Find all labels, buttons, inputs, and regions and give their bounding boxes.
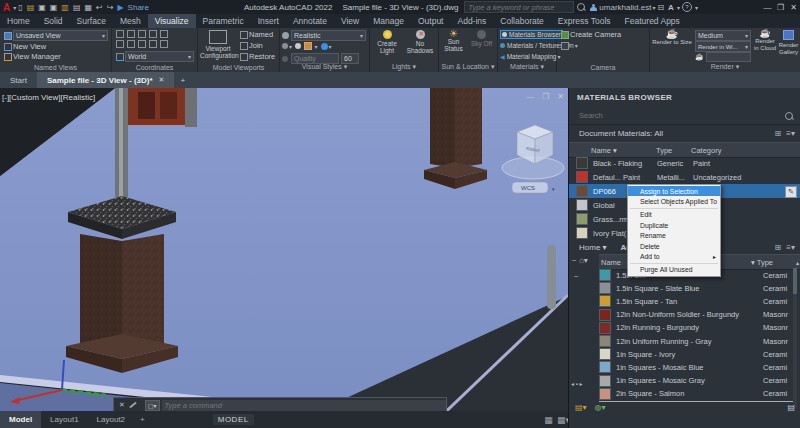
ribbon-tab-home[interactable]: Home — [0, 14, 37, 28]
ribbon-tab-insert[interactable]: Insert — [251, 14, 286, 28]
customize-wrench-icon[interactable] — [129, 402, 136, 409]
render-duration-field[interactable] — [706, 52, 751, 62]
undo-icon[interactable]: ↩ — [96, 3, 103, 12]
menu-item-add-to[interactable]: Add to▸ — [628, 251, 720, 261]
help-icon[interactable]: ? — [682, 2, 692, 12]
ucs-y-icon[interactable] — [160, 40, 168, 48]
recent-commands-icon[interactable]: ▢▾ — [145, 400, 160, 411]
create-material-icon[interactable]: ◍▾ — [595, 403, 606, 412]
redo-icon[interactable]: ↪ — [107, 3, 114, 12]
panel-label[interactable]: Lights ▾ — [370, 63, 438, 71]
panel-label[interactable]: Render ▾ — [650, 63, 800, 71]
menu-item-select-objects-applied-to[interactable]: Select Objects Applied To — [628, 196, 720, 206]
create-camera-button[interactable]: Create Camera — [559, 30, 621, 39]
ucs-origin-icon[interactable] — [138, 30, 146, 38]
texture-icon[interactable] — [304, 42, 312, 50]
user-name[interactable]: umarkhalid.est — [599, 3, 651, 12]
ucs-dropdown[interactable]: World▾ — [114, 51, 194, 62]
tree-collapse-icon[interactable]: − — [572, 256, 577, 265]
edit-material-icon[interactable]: ✎ — [785, 186, 797, 198]
ucs-icon[interactable] — [116, 30, 124, 38]
ucs-prev-icon[interactable] — [116, 40, 124, 48]
panel-label[interactable]: Materials ▾ — [498, 63, 556, 71]
shading-icon[interactable] — [295, 43, 301, 49]
pole-object[interactable] — [115, 88, 128, 202]
panel-label[interactable]: Coordinates — [112, 64, 197, 71]
library-thumbnail-view-icon[interactable]: ⊞ — [775, 243, 782, 252]
door-object[interactable] — [128, 88, 197, 127]
grid-display-icon[interactable]: ▦ — [541, 415, 556, 425]
app-caret-icon[interactable]: ▾ — [677, 4, 680, 11]
autodesk-app-icon[interactable]: A — [668, 3, 674, 12]
view-dropdown[interactable]: Unsaved View▾ — [2, 30, 108, 41]
ucs-z-icon[interactable] — [149, 30, 157, 38]
render-target-dropdown[interactable]: Render in Wi...▾ — [695, 41, 751, 52]
layout-tab-layout1[interactable]: Layout1 — [41, 411, 87, 428]
panel-label[interactable]: Named Views — [0, 64, 111, 71]
viewport-named-button[interactable]: Named — [238, 30, 273, 39]
visual-style-dropdown[interactable]: Realistic▾ — [282, 30, 366, 41]
library-row-1-5in-square-tan[interactable]: 1.5in Square - TanCerami — [599, 294, 795, 308]
layout-tab-model[interactable]: Model — [0, 411, 41, 428]
ucs-x-icon[interactable] — [149, 40, 157, 48]
library-list-view-icon[interactable]: ≡▾ — [786, 243, 795, 252]
new-drawing-button[interactable]: + — [174, 72, 191, 88]
app-store-cart-icon[interactable]: ⊟ — [657, 3, 664, 12]
render-in-cloud-button[interactable]: ☕ Render in Cloud — [753, 30, 777, 52]
menu-item-delete[interactable]: Delete — [628, 241, 720, 251]
share-button[interactable]: Share — [128, 3, 149, 12]
material-mapping-button[interactable]: ◀ Material Mapping▾ — [500, 53, 561, 60]
ribbon-tab-express-tools[interactable]: Express Tools — [551, 14, 618, 28]
keyword-search-input[interactable] — [464, 1, 574, 13]
help-caret-icon[interactable]: ▾ — [695, 4, 698, 11]
library-scrollbar[interactable] — [793, 268, 797, 408]
panel-label[interactable]: Camera — [557, 64, 649, 71]
library-row-1in-squares-mosaic-blue[interactable]: 1in Squares - Mosaic BlueCerami — [599, 360, 795, 374]
render-to-size-button[interactable]: ☕ Render to Size — [651, 30, 693, 46]
document-materials-label[interactable]: Document Materials: All — [579, 129, 663, 138]
ribbon-tab-collaborate[interactable]: Collaborate — [493, 14, 550, 28]
user-menu-caret-icon[interactable]: ▾ — [652, 4, 655, 11]
material-row-defaul-paint[interactable]: Defaul... PaintMetalli...Uncategorized — [569, 170, 800, 184]
menu-item-rename[interactable]: Rename — [628, 231, 720, 241]
autocad-logo-icon[interactable]: A — [3, 2, 10, 13]
ribbon-tab-annotate[interactable]: Annotate — [286, 14, 334, 28]
library-column-type[interactable]: ▾ Type — [751, 258, 773, 267]
materials-search-icon[interactable] — [785, 112, 793, 120]
library-row-12in-non-uniform-soldier-burgundy[interactable]: 12in Non-Uniform Soldier - BurgundyMason… — [599, 308, 795, 322]
library-scroll-up-icon[interactable]: ▴ — [796, 259, 799, 266]
camera-tool[interactable] — [559, 42, 570, 50]
ribbon-tab-surface[interactable]: Surface — [70, 14, 113, 28]
command-input[interactable] — [162, 400, 446, 411]
face-style-icon[interactable] — [282, 43, 288, 49]
open-library-icon[interactable]: ▤▾ — [575, 403, 587, 412]
minimize-button[interactable]: — — [761, 3, 774, 12]
new-view-button[interactable]: New View — [2, 42, 46, 51]
add-layout-button[interactable]: + — [134, 415, 151, 424]
model-space-indicator[interactable]: MODEL — [213, 414, 254, 425]
library-row-1in-square-ivory[interactable]: 1in Square - IvoryCerami — [599, 347, 795, 361]
viewport-controls-label[interactable]: [-][Custom View][Realistic] — [2, 93, 95, 102]
tree-scroll-icons[interactable]: ◂ ▪ ▸ — [571, 380, 582, 387]
command-close-icon[interactable]: ✕ — [119, 401, 125, 409]
plot-icon[interactable]: ▥ — [61, 3, 69, 12]
render-preset-dropdown[interactable]: Medium▾ — [695, 30, 751, 41]
print-icon[interactable]: ▤ — [73, 3, 81, 12]
ucs-face-icon[interactable] — [138, 40, 146, 48]
create-light-button[interactable]: Create Light — [372, 30, 402, 54]
library-home-dropdown[interactable]: Home ▾ — [579, 243, 607, 252]
palette-grip[interactable] — [547, 245, 556, 309]
ribbon-tab-manage[interactable]: Manage — [366, 14, 411, 28]
sky-off-button[interactable]: Sky Off — [468, 30, 495, 47]
viewport-configuration-button[interactable]: Viewport Configuration — [200, 30, 236, 59]
ucs-object-icon[interactable] — [127, 40, 135, 48]
viewport-restore-icon[interactable]: ❐ — [542, 92, 549, 101]
file-tab-active[interactable]: Sample file - 3D View - (3D)* ✕ — [37, 72, 175, 88]
quality-toggle-icon[interactable] — [282, 56, 288, 62]
wcs-menu[interactable]: WCS — [521, 185, 535, 191]
layout-tab-layout2[interactable]: Layout2 — [88, 411, 134, 428]
viewport-minimize-icon[interactable]: — — [526, 92, 534, 101]
ribbon-tab-visualize[interactable]: Visualize — [148, 14, 196, 28]
library-column-name[interactable]: Name — [601, 258, 621, 267]
open-folder-icon[interactable]: ▤ — [27, 3, 35, 12]
